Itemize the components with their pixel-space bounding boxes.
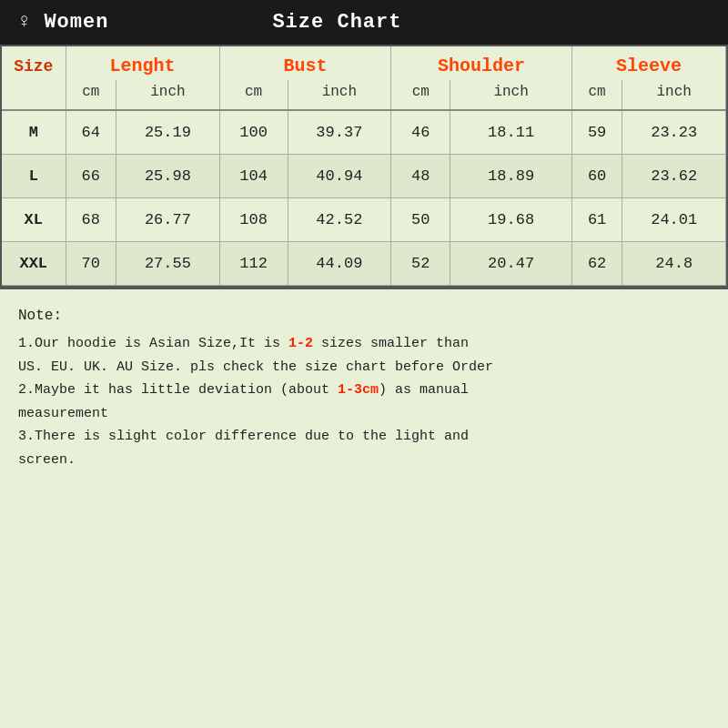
data-cell: 23.62 [622,155,726,198]
data-cell: 112 [219,242,288,286]
data-cell: 104 [219,155,288,198]
data-cell: 25.98 [116,155,220,198]
unit-bust-inch: inch [288,80,391,110]
data-cell: 108 [219,198,288,242]
unit-sleeve-inch: inch [622,80,726,110]
size-header-cell: Size [2,46,66,80]
unit-empty [2,80,66,110]
data-cell: 59 [571,110,622,155]
data-cell: 61 [571,198,622,242]
data-cell: 19.68 [450,198,571,242]
chart-title: Size Chart [272,11,401,34]
notes-section: Note: 1.Our hoodie is Asian Size,It is 1… [0,288,728,728]
note-line2: 2.Maybe it has little deviation (about 1… [18,379,710,402]
sleeve-header: Sleeve [571,46,725,80]
data-cell: 20.47 [450,242,571,286]
data-cell: 60 [571,155,622,198]
category-row: Size Lenght Bust Shoulder Sleeve [2,46,726,80]
table-row: L6625.9810440.944818.896023.62 [2,155,726,198]
unit-bust-cm: cm [219,80,288,110]
unit-row: cm inch cm inch cm inch cm inch [2,80,726,110]
data-cell: 48 [391,155,450,198]
shoulder-header: Shoulder [391,46,572,80]
unit-sleeve-cm: cm [571,80,622,110]
data-cell: 68 [66,198,116,242]
size-cell: XXL [2,242,66,286]
data-cell: 18.11 [450,110,571,155]
data-cell: 26.77 [116,198,220,242]
size-chart-table: Size Lenght Bust Shoulder Sleeve cm inch… [2,46,726,286]
unit-lenght-cm: cm [66,80,116,110]
data-cell: 25.19 [116,110,220,155]
unit-lenght-inch: inch [116,80,220,110]
data-cell: 24.8 [622,242,726,286]
note-title: Note: [18,304,710,329]
size-chart-table-wrapper: Size Lenght Bust Shoulder Sleeve cm inch… [0,45,728,288]
data-cell: 24.01 [622,198,726,242]
bust-header: Bust [219,46,390,80]
size-cell: M [2,110,66,155]
data-cell: 66 [66,155,116,198]
main-container: ♀ Women Size Chart Size Lenght Bust Shou… [0,0,728,728]
table-row: XXL7027.5511244.095220.476224.8 [2,242,726,286]
lenght-header: Lenght [66,46,219,80]
note-line3b: screen. [18,449,710,472]
data-cell: 23.23 [622,110,726,155]
highlight-sizes: 1-2 [288,336,313,351]
header: ♀ Women Size Chart [0,0,728,45]
data-cell: 46 [391,110,450,155]
data-cell: 39.37 [288,110,391,155]
unit-shoulder-cm: cm [391,80,450,110]
note-line2b: measurement [18,402,710,426]
data-cell: 50 [391,198,450,242]
data-cell: 52 [391,242,450,286]
data-cell: 100 [219,110,288,155]
table-row: XL6826.7710842.525019.686124.01 [2,198,726,242]
data-cell: 18.89 [450,155,571,198]
data-cell: 44.09 [288,242,391,286]
note-line1: 1.Our hoodie is Asian Size,It is 1-2 siz… [18,332,710,356]
table-row: M6425.1910039.374618.115923.23 [2,110,726,155]
data-cell: 40.94 [288,155,391,198]
women-label: ♀ Women [18,11,108,34]
highlight-deviation: 1-3cm [338,382,379,398]
size-cell: XL [2,198,66,242]
data-cell: 42.52 [288,198,391,242]
data-cell: 64 [66,110,116,155]
data-cell: 70 [66,242,116,286]
data-cell: 27.55 [116,242,220,286]
table-body: M6425.1910039.374618.115923.23L6625.9810… [2,110,726,286]
note-line3: 3.There is slight color difference due t… [18,425,710,449]
note-line1b: US. EU. UK. AU Size. pls check the size … [18,356,710,379]
data-cell: 62 [571,242,622,286]
unit-shoulder-inch: inch [450,80,571,110]
size-cell: L [2,155,66,198]
